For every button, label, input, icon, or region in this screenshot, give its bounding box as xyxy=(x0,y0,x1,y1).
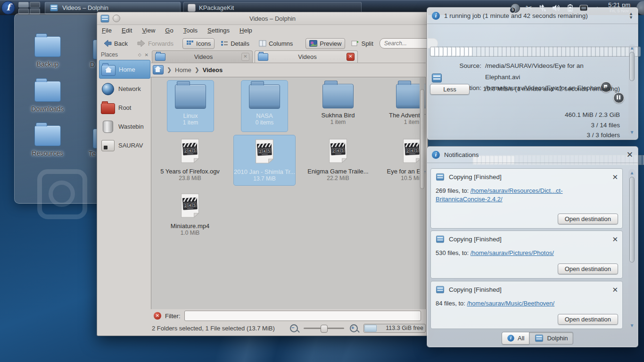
window-menu-button[interactable] xyxy=(113,15,120,22)
desktop-item-resources[interactable]: Resources xyxy=(25,125,70,157)
destination-link[interactable]: /home/saurav/Pictures/Photos/ xyxy=(471,249,554,256)
file-item-elephant-video[interactable]: Eye for an Eleph... 10.5 MiB xyxy=(381,135,426,185)
view-scrollbar[interactable] xyxy=(420,78,425,309)
scroll-down-icon[interactable]: ▼ xyxy=(628,130,636,135)
file-item-shimla-video[interactable]: 2010 Jan - Shimla Tr... 13.7 MiB xyxy=(233,135,296,186)
folder-icon xyxy=(322,84,354,108)
collapse-icon[interactable]: ▲▼ xyxy=(629,12,633,19)
jobs-scrollbar[interactable]: ▲ ▼ xyxy=(628,44,636,136)
folder-item-nasa[interactable]: NASA 0 items xyxy=(241,80,288,132)
jobs-header-text: 1 running job (1 minute and 42 seconds r… xyxy=(444,12,588,19)
desktop-item-downloads[interactable]: Downloads xyxy=(25,81,70,113)
details-view-button[interactable]: Details xyxy=(217,39,253,49)
breadcrumb-current[interactable]: Videos xyxy=(203,66,223,74)
place-network[interactable]: Network xyxy=(99,80,150,98)
tab-close-icon[interactable]: ✕ xyxy=(241,53,249,61)
speed-text: 19.0 MiB/s (1 minute and 42 seconds rema… xyxy=(483,85,620,92)
network-icon[interactable] xyxy=(579,3,588,13)
video-file-icon xyxy=(328,139,348,163)
desktop-item-partial[interactable]: Te xyxy=(80,150,96,157)
menu-settings[interactable]: Settings xyxy=(207,27,230,34)
breadcrumb-home[interactable]: Home xyxy=(175,66,191,74)
open-destination-button[interactable]: Open destination xyxy=(558,263,618,274)
forwards-button[interactable]: Forwards xyxy=(134,38,177,49)
pager-desktop-2[interactable] xyxy=(30,2,40,8)
menu-file[interactable]: File xyxy=(102,27,112,34)
dolphin-titlebar[interactable]: Videos – Dolphin xyxy=(97,12,428,25)
dismiss-icon[interactable]: ✕ xyxy=(612,286,618,294)
tab-close-icon[interactable]: ✕ xyxy=(347,53,355,61)
split-button[interactable]: Split xyxy=(348,39,376,49)
zoom-out-icon[interactable]: − xyxy=(290,324,298,332)
folder-item-sukhna-bird[interactable]: Sukhna Bird 1 item xyxy=(315,80,361,131)
filter-dolphin-button[interactable]: Dolphin xyxy=(529,332,573,345)
volume-icon[interactable] xyxy=(552,3,561,13)
breadcrumb-separator: ❯ xyxy=(167,66,172,73)
file-view[interactable]: Linux 1 item NASA 0 items Sukhna Bird 1 … xyxy=(151,77,426,309)
filter-input[interactable] xyxy=(184,311,421,321)
back-arrow-icon xyxy=(103,40,112,47)
file-item-miniature-video[interactable]: Miniature.mp4 1.0 MiB xyxy=(159,189,221,239)
dismiss-icon[interactable]: ✕ xyxy=(612,235,618,244)
battery-icon[interactable] xyxy=(565,3,575,13)
less-button[interactable]: Less xyxy=(430,84,470,95)
tab-videos-2[interactable]: Videos ✕ xyxy=(255,50,358,63)
destination-link[interactable]: /home/saurav/Music/Beethoven/ xyxy=(467,300,554,307)
scroll-up-icon[interactable]: ▲ xyxy=(628,45,636,50)
klipper-scissors-icon[interactable]: ✂ xyxy=(524,3,534,13)
desktop-pager[interactable] xyxy=(18,2,40,14)
file-item-enigma-video[interactable]: Enigma Game Traile... 22.2 MiB xyxy=(307,135,369,185)
folders-progress-text: 3 / 3 folders xyxy=(565,130,620,140)
launcher-fedora-icon[interactable]: f xyxy=(1,1,15,15)
icons-view-button[interactable]: Icons xyxy=(182,38,215,49)
zoom-slider-handle[interactable] xyxy=(321,325,328,333)
updates-tray-icon[interactable]: 5 xyxy=(511,3,520,13)
place-saurav[interactable]: SAURAV xyxy=(99,136,150,154)
free-space-text: 113.3 GiB free xyxy=(364,325,425,331)
device-notifier-usb-icon[interactable] xyxy=(538,3,547,13)
menu-view[interactable]: View xyxy=(142,27,155,34)
home-breadcrumb-icon[interactable] xyxy=(153,65,164,74)
menu-edit[interactable]: Edit xyxy=(122,27,132,34)
notifications-scrollbar[interactable]: ▲ ▼ xyxy=(628,169,636,329)
back-button[interactable]: Back xyxy=(100,38,131,49)
folder-item-linux[interactable]: Linux 1 item xyxy=(167,80,214,132)
open-destination-button[interactable]: Open destination xyxy=(558,314,618,325)
place-home[interactable]: Home xyxy=(99,60,150,79)
desktop-item-backup[interactable]: Backup xyxy=(25,36,70,68)
menu-go[interactable]: Go xyxy=(165,27,173,34)
place-wastebin[interactable]: Wastebin xyxy=(99,117,150,135)
menu-help[interactable]: Help xyxy=(239,27,252,34)
scrollbar-thumb[interactable] xyxy=(629,52,635,81)
tray-expander-icon[interactable]: ▲ xyxy=(593,3,602,13)
zoom-in-icon[interactable]: + xyxy=(350,324,358,332)
preview-button[interactable]: Preview xyxy=(305,38,345,49)
notification-title: Copying [Finished] xyxy=(449,286,502,293)
tab-bar: Videos ✕ Videos ✕ xyxy=(151,50,426,63)
open-destination-button[interactable]: Open destination xyxy=(558,214,618,224)
info-icon: i xyxy=(507,335,514,341)
total-progress-bar xyxy=(430,47,641,57)
filter-clear-icon[interactable]: ✕ xyxy=(154,312,161,320)
notifications-title: Notifications xyxy=(444,151,479,158)
dolphin-window: Videos – Dolphin File Edit View Go Tools… xyxy=(97,12,428,336)
pause-job-button[interactable] xyxy=(613,92,624,103)
close-icon[interactable]: ✕ xyxy=(627,150,633,160)
zoom-slider[interactable] xyxy=(304,328,344,329)
places-float-icon[interactable]: ◇ xyxy=(138,52,141,57)
desktop-item-partial[interactable]: D xyxy=(80,61,95,68)
places-close-icon[interactable]: ✕ xyxy=(145,52,149,58)
dismiss-icon[interactable]: ✕ xyxy=(612,173,618,181)
filter-all-button[interactable]: i All xyxy=(502,332,529,345)
pager-desktop-1[interactable] xyxy=(18,2,29,8)
file-item-firefox-video[interactable]: 5 Years of Firefox.ogv 23.8 MiB xyxy=(159,135,221,185)
columns-view-button[interactable]: Columns xyxy=(256,39,296,49)
scroll-down-icon[interactable]: ▼ xyxy=(628,323,636,328)
source-path: /media/SAURAV/Videos/Eye for an Elephant… xyxy=(485,60,620,82)
notifications-popup: i Notifications ✕ Copying [Finished] ✕ 2… xyxy=(427,146,638,347)
scrollbar-thumb[interactable] xyxy=(629,177,635,263)
place-root[interactable]: Root xyxy=(99,99,150,116)
scroll-up-icon[interactable]: ▲ xyxy=(628,170,636,175)
tab-videos-1[interactable]: Videos ✕ xyxy=(152,50,253,63)
menu-tools[interactable]: Tools xyxy=(183,27,198,34)
